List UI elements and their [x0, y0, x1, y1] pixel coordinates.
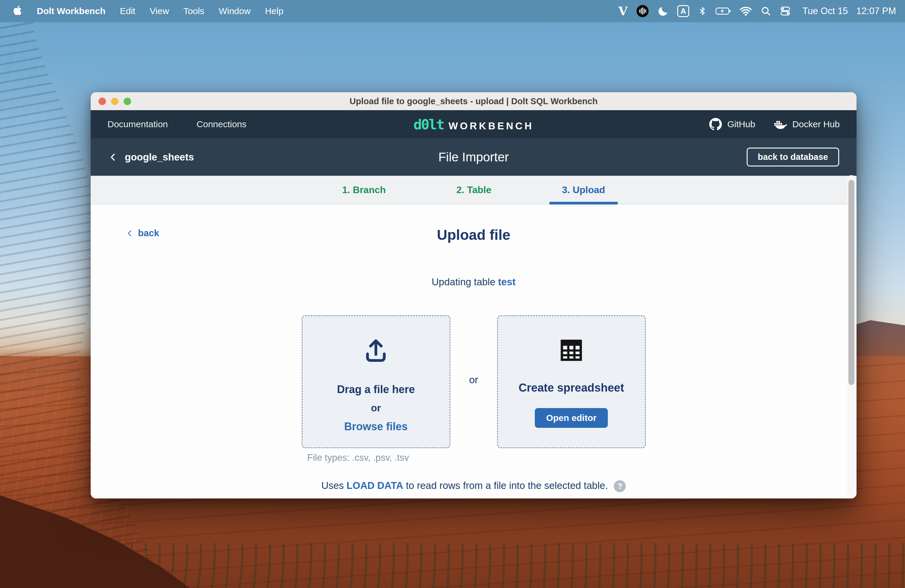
- nav-connections-link[interactable]: Connections: [197, 119, 247, 129]
- docker-hub-link[interactable]: Docker Hub: [773, 118, 840, 130]
- control-center-icon[interactable]: [780, 5, 791, 17]
- spreadsheet-icon: [559, 336, 584, 365]
- active-tab-underline: [549, 202, 618, 205]
- window-title-bar: Upload file to google_sheets - upload | …: [90, 92, 856, 110]
- menu-app-name[interactable]: Dolt Workbench: [37, 6, 105, 16]
- menu-item-view[interactable]: View: [150, 6, 169, 16]
- menu-clock-time[interactable]: 12:07 PM: [856, 6, 896, 16]
- logo-workbench-text: WORKBENCH: [449, 120, 534, 132]
- window-scrollbar-track[interactable]: [847, 175, 856, 496]
- v-app-status-icon[interactable]: V: [618, 5, 627, 17]
- create-spreadsheet-zone: Create spreadsheet Open editor: [497, 315, 646, 448]
- load-data-link[interactable]: LOAD DATA: [346, 480, 403, 491]
- file-types-hint: File types: .csv, .psv, .tsv: [307, 452, 409, 463]
- audio-wave-icon[interactable]: [636, 5, 649, 17]
- file-drop-zone[interactable]: Drag a file here or Browse files: [302, 315, 450, 448]
- help-icon[interactable]: ?: [614, 480, 626, 492]
- chevron-left-icon: [108, 152, 118, 162]
- menu-bar: Dolt Workbench Edit View Tools Window He…: [0, 0, 905, 22]
- navbar-left-links: Documentation Connections: [108, 119, 247, 129]
- navbar-right-links: GitHub Docker Hub: [709, 118, 840, 130]
- table-name-link[interactable]: test: [498, 277, 516, 288]
- nav-documentation-link[interactable]: Documentation: [108, 119, 168, 129]
- upload-file-heading: Upload file: [90, 227, 856, 243]
- app-window: Upload file to google_sheets - upload | …: [90, 92, 856, 499]
- dolt-workbench-logo[interactable]: d0lt WORKBENCH: [413, 116, 533, 133]
- zoom-button[interactable]: [124, 98, 131, 105]
- step-tab-upload-label: 3. Upload: [562, 184, 605, 195]
- browse-files-link[interactable]: Browse files: [337, 420, 415, 433]
- step-tab-branch-label: 1. Branch: [342, 184, 386, 195]
- battery-charging-icon[interactable]: [716, 7, 731, 15]
- github-label: GitHub: [727, 119, 755, 129]
- docker-icon: [773, 119, 787, 130]
- import-steps: 1. Branch 2. Table 3. Upload: [90, 176, 856, 205]
- wifi-icon[interactable]: [740, 6, 752, 16]
- menu-item-help[interactable]: Help: [265, 6, 283, 16]
- file-importer-header: google_sheets File Importer back to data…: [90, 138, 856, 176]
- apple-menu-icon[interactable]: [13, 5, 22, 17]
- minimize-button[interactable]: [111, 98, 119, 105]
- note-suffix: to read rows from a file into the select…: [406, 480, 608, 491]
- menu-item-tools[interactable]: Tools: [183, 6, 205, 16]
- docker-hub-label: Docker Hub: [792, 119, 840, 129]
- menu-bar-status-area: V A Tue Oct 15 12:07: [618, 5, 905, 17]
- github-icon: [709, 118, 722, 130]
- desktop: Dolt Workbench Edit View Tools Window He…: [0, 0, 905, 588]
- updating-table-subtitle: Updating tabletest: [90, 277, 856, 288]
- traffic-lights: [98, 92, 131, 110]
- create-spreadsheet-label: Create spreadsheet: [519, 381, 624, 394]
- dark-mode-moon-icon[interactable]: [657, 5, 669, 17]
- menu-bar-left: Dolt Workbench Edit View Tools Window He…: [0, 5, 283, 17]
- database-name[interactable]: google_sheets: [125, 151, 194, 163]
- open-editor-button[interactable]: Open editor: [535, 408, 608, 428]
- drop-zone-text: Drag a file here or Browse files: [337, 383, 415, 433]
- menu-clock-date[interactable]: Tue Oct 15: [802, 6, 848, 16]
- window-title: Upload file to google_sheets - upload | …: [349, 96, 598, 106]
- input-source-icon[interactable]: A: [677, 5, 689, 17]
- step-tab-table[interactable]: 2. Table: [456, 176, 491, 204]
- page-title: File Importer: [438, 150, 509, 164]
- note-prefix: Uses: [321, 480, 344, 491]
- github-link[interactable]: GitHub: [709, 118, 755, 130]
- upload-step-content: back Upload file Updating tabletest Drag…: [90, 205, 856, 499]
- back-to-database-button[interactable]: back to database: [747, 148, 839, 167]
- subtitle-prefix: Updating table: [432, 277, 495, 288]
- spotlight-search-icon[interactable]: [761, 6, 771, 16]
- drag-file-label: Drag a file here: [337, 383, 415, 396]
- drop-zone-or-label: or: [337, 402, 415, 414]
- menu-item-window[interactable]: Window: [219, 6, 251, 16]
- options-or-divider: or: [450, 374, 497, 390]
- database-back-nav[interactable]: google_sheets: [108, 151, 194, 163]
- app-navbar: Documentation Connections d0lt WORKBENCH…: [90, 110, 856, 138]
- load-data-note: UsesLOAD DATAto read rows from a file in…: [90, 480, 856, 492]
- upload-icon: [362, 336, 390, 365]
- step-tab-upload[interactable]: 3. Upload: [562, 176, 605, 204]
- close-button[interactable]: [98, 98, 106, 105]
- bluetooth-icon[interactable]: [698, 6, 707, 16]
- step-tab-branch[interactable]: 1. Branch: [342, 176, 386, 204]
- step-tab-table-label: 2. Table: [456, 184, 491, 195]
- menu-item-edit[interactable]: Edit: [120, 6, 135, 16]
- window-scrollbar-thumb[interactable]: [848, 180, 854, 385]
- upload-options: Drag a file here or Browse files or Crea…: [90, 315, 856, 448]
- logo-dolt-text: d0lt: [413, 116, 443, 133]
